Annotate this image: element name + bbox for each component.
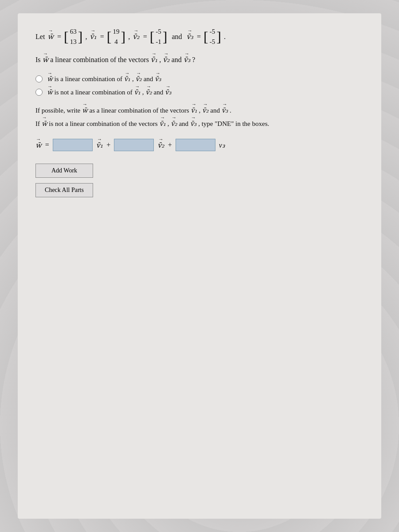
eq-v2-label: v̄₂ [157, 141, 164, 149]
eq-plus2: + [168, 141, 172, 149]
let-label: Let [35, 33, 45, 41]
problem-header: Let w̄ = [ 63 13 ] , v̄₁ = [ 19 4 ] , v̄… [35, 27, 364, 47]
eq-equals: = [45, 141, 49, 149]
r2-and: and [154, 89, 165, 96]
matrix-w: [ 63 13 ] [64, 27, 82, 47]
radio-input-2[interactable] [35, 89, 43, 96]
eq2: = [100, 33, 104, 41]
q1-v1: v̄₁ [151, 55, 157, 65]
v2-values: -5 -1 [155, 27, 162, 47]
q1-and: and [172, 56, 184, 63]
eq-v3-label: v₃ [219, 141, 225, 149]
r2-v3: v̄₃ [165, 88, 172, 96]
ip2-v3: v̄₃ [190, 118, 197, 129]
comma2: , [128, 33, 130, 41]
w-vec-label: w̄ [47, 32, 54, 41]
q1-middle: a linear combination of the vectors [50, 56, 151, 63]
v1-values: 19 4 [112, 27, 121, 47]
and-label: and [172, 33, 182, 41]
q1-v2: v̄₂ [163, 55, 169, 65]
r1-comma1: , [132, 75, 136, 82]
check-all-parts-button[interactable]: Check All Parts [35, 183, 93, 197]
ip2-w: w̄ [42, 118, 47, 129]
ip2-middle: is not a linear combination of the vecto… [49, 120, 159, 127]
r1-w: w̄ [47, 75, 53, 83]
r2-v1: v̄₁ [134, 88, 141, 96]
q1-qmark: ? [192, 56, 195, 63]
q1-is-label: Is [35, 56, 43, 63]
r2-comma1: , [142, 89, 146, 96]
period-header: . [224, 33, 226, 41]
ip2-suffix: , type "DNE" in the boxes. [198, 120, 269, 127]
eq4: = [197, 33, 201, 41]
matrix-v3: [ -5 -5 ] [203, 27, 221, 47]
coeff3-input[interactable] [176, 139, 215, 151]
matrix-v2: [ -5 -1 ] [150, 27, 168, 47]
r2-text1: is not a linear combination of [55, 89, 134, 96]
ip-period: . [230, 107, 231, 114]
matrix-v1: [ 19 4 ] [107, 27, 125, 47]
ip-suffix: as a linear combination of the vectors [90, 107, 191, 114]
bracket-right-v3: ] [216, 30, 221, 44]
eq3: = [143, 33, 147, 41]
bracket-left-v3: [ [203, 30, 208, 44]
v3-label: v̄₃ [187, 32, 193, 41]
main-content: Let w̄ = [ 63 13 ] , v̄₁ = [ 19 4 ] , v̄… [18, 13, 381, 519]
r1-and: and [144, 75, 155, 82]
coeff1-input[interactable] [53, 139, 93, 151]
radio-input-1[interactable] [35, 75, 43, 82]
if-possible-line2: If w̄ is not a linear combination of the… [35, 118, 364, 129]
q1-comma1: , [159, 56, 163, 63]
radio-option-2: w̄ is not a linear combination of v̄₁ , … [35, 88, 364, 96]
q1-v3: v̄₃ [184, 55, 190, 65]
v2-label: v̄₂ [133, 32, 139, 41]
w-values: 63 13 [69, 27, 78, 47]
if-possible-line1: If possible, write w̄ as a linear combin… [35, 105, 364, 116]
ip-comma1: , [199, 107, 203, 114]
bracket-left-v2: [ [150, 30, 155, 44]
radio-group: w̄ is a linear combination of v̄₁ , v̄₂ … [35, 75, 364, 96]
r2-v2: v̄₂ [145, 88, 152, 96]
q1-w-vec: w̄ [43, 55, 49, 65]
ip2-v1: v̄₁ [159, 118, 166, 129]
eq1: = [57, 33, 61, 41]
equation-row: w̄ = v̄₁ + v̄₂ + v₃ [35, 139, 364, 151]
eq-plus1: + [106, 141, 110, 149]
r1-v1: v̄₁ [124, 75, 131, 83]
coeff2-input[interactable] [114, 139, 154, 151]
eq-v1-label: v̄₁ [96, 141, 103, 149]
bracket-right-w: ] [78, 30, 83, 44]
ip2-prefix: If [35, 120, 42, 127]
ip2-and: and [179, 120, 190, 127]
ip-v3: v̄₃ [222, 105, 228, 116]
radio-label-1: w̄ is a linear combination of v̄₁ , v̄₂ … [47, 75, 161, 83]
if-possible-section: If possible, write w̄ as a linear combin… [35, 105, 364, 129]
r1-v3: v̄₃ [155, 75, 161, 83]
r1-v2: v̄₂ [135, 75, 142, 83]
radio-option-1: w̄ is a linear combination of v̄₁ , v̄₂ … [35, 75, 364, 83]
ip2-v2: v̄₂ [171, 118, 177, 129]
ip-prefix: If possible, write [35, 107, 82, 114]
ip-v2: v̄₂ [202, 105, 209, 116]
v3-values: -5 -5 [209, 27, 216, 47]
add-work-button[interactable]: Add Work [35, 164, 93, 178]
r2-w: w̄ [47, 88, 53, 96]
bracket-left-v1: [ [107, 30, 112, 44]
bracket-left-w: [ [64, 30, 69, 44]
eq-w-label: w̄ [35, 141, 42, 149]
bracket-right-v1: ] [121, 30, 126, 44]
ip2-comma1: , [168, 120, 171, 127]
ip-and: and [210, 107, 221, 114]
ip-w: w̄ [82, 105, 88, 116]
r1-text1: is a linear combination of [55, 75, 124, 82]
radio-label-2: w̄ is not a linear combination of v̄₁ , … [47, 88, 171, 96]
comma1: , [85, 33, 87, 41]
bracket-right-v2: ] [163, 30, 168, 44]
question1-text: Is w̄ a linear combination of the vector… [35, 55, 364, 65]
v1-label: v̄₁ [90, 32, 96, 41]
